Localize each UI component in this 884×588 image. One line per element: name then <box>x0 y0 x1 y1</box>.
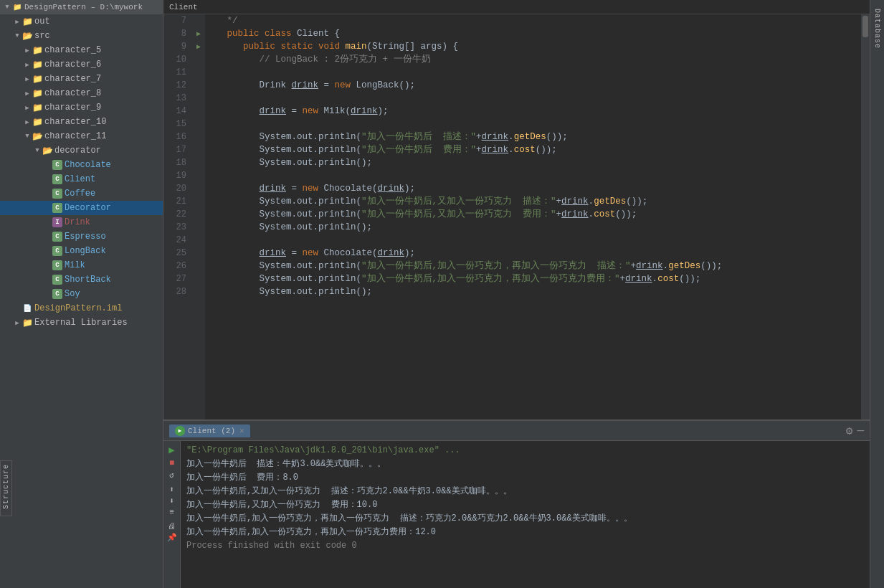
sidebar-item-char9[interactable]: ▶ 📁 character_9 <box>0 100 163 115</box>
sidebar-label-espresso: Espresso <box>65 232 106 242</box>
ln-11: 11 <box>169 66 186 79</box>
sidebar-label-char7: character_7 <box>44 74 101 84</box>
tree-root[interactable]: ▼ 📁 DesignPattern – D:\mywork <box>0 0 163 14</box>
sidebar-label-char9: character_9 <box>44 103 101 113</box>
sidebar-label-iml: DesignPattern.iml <box>34 303 122 313</box>
run-panel: ▶ Client (2) ✕ ⚙ — ▶ ■ ↺ ⬆ <box>163 419 870 588</box>
arrow-icon: ▶ <box>23 103 32 112</box>
ln-17: 17 <box>169 143 186 156</box>
sidebar-label-char8: character_8 <box>44 88 101 98</box>
run-pin-btn[interactable]: 📌 <box>167 533 177 542</box>
ln-14: 14 <box>169 105 186 118</box>
arrow-icon: ▶ <box>23 46 32 54</box>
run-rerun-btn[interactable]: ↺ <box>169 470 174 480</box>
ln-26: 26 <box>169 260 186 272</box>
marker-18 <box>192 156 205 169</box>
sidebar-label-extlibs: External Libraries <box>34 318 128 328</box>
ln-20: 20 <box>169 182 186 195</box>
run-settings-btn[interactable]: ⚙ <box>846 424 853 438</box>
ln-28: 28 <box>169 285 186 298</box>
marker-9: ▶ <box>192 40 205 53</box>
sidebar-label-char10: character_10 <box>44 117 106 127</box>
sidebar-label-client: Client <box>65 174 95 184</box>
code-line-12: Drink drink = new LongBack(); <box>211 79 855 92</box>
spacer <box>43 290 52 298</box>
sidebar-label-char6: character_6 <box>44 60 101 70</box>
sidebar-item-src[interactable]: ▼ 📂 src <box>0 29 163 43</box>
sidebar-item-char11[interactable]: ▼ 📂 character_11 <box>0 129 163 143</box>
run-minimize-btn[interactable]: — <box>857 425 864 437</box>
sidebar-item-extlibs[interactable]: ▶ 📁 External Libraries <box>0 316 163 330</box>
sidebar-item-decorator-class[interactable]: C Decorator <box>0 201 163 215</box>
run-tab[interactable]: ▶ Client (2) ✕ <box>169 425 250 437</box>
sidebar-item-char7[interactable]: ▶ 📁 character_7 <box>0 72 163 86</box>
marker-16 <box>192 131 205 143</box>
run-tab-close[interactable]: ✕ <box>239 426 244 435</box>
sidebar-item-char6[interactable]: ▶ 📁 character_6 <box>0 57 163 72</box>
sidebar-item-out[interactable]: ▶ 📁 out <box>0 14 163 29</box>
scrollbar-thumb[interactable] <box>862 16 868 37</box>
marker-14 <box>192 105 205 118</box>
sidebar-item-client[interactable]: C Client <box>0 172 163 186</box>
marker-23 <box>192 221 205 234</box>
code-line-27: System.out.println("加入一份牛奶后,加入一份巧克力，再加入一… <box>211 272 855 285</box>
sidebar-label-out: out <box>34 16 50 27</box>
code-line-11 <box>211 66 855 79</box>
sidebar-item-coffee[interactable]: C Coffee <box>0 186 163 201</box>
sidebar-item-soy[interactable]: C Soy <box>0 287 163 301</box>
class-icon: C <box>52 231 63 242</box>
editor-scrollbar[interactable] <box>861 14 870 419</box>
marker-7 <box>192 14 205 27</box>
class-icon: C <box>52 245 63 257</box>
code-line-15 <box>211 118 855 131</box>
app-window: ▼ 📁 DesignPattern – D:\mywork ▶ 📁 out ▼ … <box>0 0 884 588</box>
arrow-icon: ▶ <box>23 89 32 98</box>
arrow-icon: ▶ <box>23 118 32 126</box>
folder-icon: 📁 <box>22 16 33 27</box>
sidebar-item-char8[interactable]: ▶ 📁 character_8 <box>0 86 163 100</box>
ln-12: 12 <box>169 79 186 92</box>
sidebar-item-drink[interactable]: I Drink <box>0 215 163 229</box>
arrow-icon: ▶ <box>23 75 32 83</box>
ln-10: 10 <box>169 53 186 66</box>
run-wrap-btn[interactable]: ≡ <box>169 508 174 516</box>
sidebar-item-iml[interactable]: 📄 DesignPattern.iml <box>0 301 163 316</box>
database-label: Database <box>873 9 881 49</box>
run-scroll-bot-btn[interactable]: ⬇ <box>169 496 174 506</box>
run-toolbar: ▶ ■ ↺ ⬆ ⬇ ≡ 🖨 📌 <box>163 441 181 588</box>
database-panel[interactable]: Database <box>870 0 884 588</box>
sidebar-item-longback[interactable]: C LongBack <box>0 244 163 258</box>
sidebar-item-shortback[interactable]: C ShortBack <box>0 272 163 287</box>
structure-tab[interactable]: Structure <box>0 460 12 516</box>
ln-15: 15 <box>169 118 186 131</box>
run-print-btn[interactable]: 🖨 <box>168 521 176 531</box>
sidebar-label-coffee: Coffee <box>65 189 95 199</box>
run-play-btn[interactable]: ▶ <box>168 444 174 456</box>
sidebar-label-char5: character_5 <box>44 45 101 55</box>
sidebar-item-chocolate[interactable]: C Chocolate <box>0 158 163 172</box>
folder-icon: 📁 <box>32 116 43 128</box>
code-line-13 <box>211 92 855 105</box>
sidebar-label-shortback: ShortBack <box>65 275 111 285</box>
marker-17 <box>192 143 205 156</box>
ln-19: 19 <box>169 169 186 182</box>
ln-27: 27 <box>169 272 186 285</box>
code-content[interactable]: 7 8 9 10 11 12 13 14 15 16 17 18 19 20 <box>163 14 870 419</box>
sidebar-item-decorator-folder[interactable]: ▼ 📂 decorator <box>0 143 163 158</box>
sidebar-item-char10[interactable]: ▶ 📁 character_10 <box>0 115 163 129</box>
sidebar-item-espresso[interactable]: C Espresso <box>0 229 163 244</box>
run-scroll-top-btn[interactable]: ⬆ <box>169 485 174 494</box>
run-tab-label: Client (2) <box>188 427 235 435</box>
marker-19 <box>192 169 205 182</box>
arrow-icon: ▼ <box>23 132 32 141</box>
sidebar-item-char5[interactable]: ▶ 📁 character_5 <box>0 43 163 57</box>
code-line-21: System.out.println("加入一份牛奶后,又加入一份巧克力 描述：… <box>211 195 855 208</box>
run-output: "E:\Program Files\Java\jdk1.8.0_201\bin\… <box>181 441 870 588</box>
iml-icon: 📄 <box>22 303 33 314</box>
code-lines[interactable]: */ public class Client { public static v… <box>205 14 861 419</box>
sidebar-label-char11: character_11 <box>44 131 106 141</box>
class-icon: C <box>52 274 63 285</box>
sidebar-label-milk: Milk <box>65 260 85 270</box>
sidebar-item-milk[interactable]: C Milk <box>0 258 163 272</box>
run-stop-btn[interactable]: ■ <box>169 458 174 468</box>
